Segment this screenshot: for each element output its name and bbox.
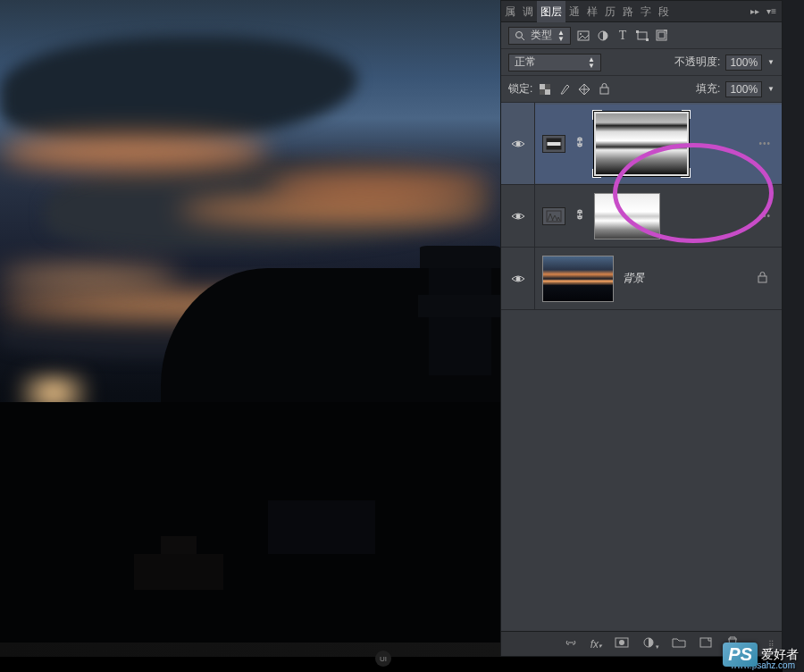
lock-all-icon[interactable] bbox=[597, 82, 611, 97]
tab-channels[interactable]: 通 bbox=[565, 1, 583, 22]
svg-rect-9 bbox=[658, 32, 665, 38]
svg-point-19 bbox=[515, 214, 520, 218]
tab-properties[interactable]: 属 bbox=[501, 1, 519, 22]
opacity-input[interactable]: 100% bbox=[725, 55, 762, 71]
layer-adjustment-1[interactable]: ••• bbox=[501, 103, 782, 185]
link-layers-button[interactable] bbox=[564, 636, 578, 651]
eye-icon bbox=[511, 273, 525, 284]
svg-point-3 bbox=[580, 33, 582, 35]
opacity-value: 100% bbox=[730, 56, 758, 69]
blend-mode-select[interactable]: 正常 ▲▼ bbox=[508, 54, 601, 71]
svg-point-0 bbox=[516, 31, 523, 38]
svg-point-21 bbox=[515, 276, 520, 281]
visibility-toggle[interactable] bbox=[501, 185, 535, 247]
layer-effects-icon[interactable]: ••• bbox=[758, 139, 771, 148]
svg-point-24 bbox=[619, 640, 624, 645]
layer-mask-thumbnail[interactable] bbox=[594, 112, 689, 176]
tab-paragraph[interactable]: 段 bbox=[655, 1, 673, 22]
tab-styles[interactable]: 样 bbox=[583, 1, 601, 22]
lock-label: 锁定: bbox=[508, 81, 532, 97]
filter-row: 类型 ▲▼ T bbox=[501, 22, 782, 49]
blend-mode-value: 正常 bbox=[515, 55, 536, 70]
svg-rect-5 bbox=[638, 32, 647, 39]
layer-background[interactable]: 背景 bbox=[501, 248, 782, 310]
link-icon[interactable] bbox=[574, 135, 585, 152]
watermark: PS 爱好者 bbox=[723, 643, 799, 667]
svg-rect-17 bbox=[547, 139, 561, 142]
filter-type-text-icon[interactable]: T bbox=[616, 29, 630, 43]
opacity-label: 不透明度: bbox=[674, 55, 720, 70]
svg-line-1 bbox=[522, 38, 524, 40]
lock-pixels-icon[interactable] bbox=[557, 82, 572, 97]
panel-tabs: 属 调 图层 通 样 历 路 字 段 ▸▸ ▾≡ bbox=[501, 1, 782, 22]
tab-paths[interactable]: 路 bbox=[619, 1, 637, 22]
tab-adjustments[interactable]: 调 bbox=[519, 1, 537, 22]
layer-name[interactable]: 背景 bbox=[623, 271, 644, 286]
fill-input[interactable]: 100% bbox=[725, 81, 762, 97]
link-icon[interactable] bbox=[574, 207, 585, 224]
eye-icon bbox=[511, 139, 525, 149]
svg-rect-7 bbox=[646, 38, 649, 41]
filter-smartobject-icon[interactable] bbox=[655, 29, 669, 43]
eye-icon bbox=[511, 211, 525, 222]
panel-menu-icon[interactable]: ▾≡ bbox=[766, 6, 776, 16]
visibility-toggle[interactable] bbox=[501, 248, 535, 309]
tab-character[interactable]: 字 bbox=[637, 1, 655, 22]
layer-mask-button[interactable] bbox=[615, 636, 629, 651]
lock-icon[interactable] bbox=[758, 272, 767, 286]
filter-type-select[interactable]: 类型 ▲▼ bbox=[508, 27, 571, 45]
group-button[interactable] bbox=[672, 636, 686, 651]
filter-adjustment-icon[interactable] bbox=[596, 29, 610, 43]
svg-rect-26 bbox=[700, 638, 711, 647]
lock-row: 锁定: 填充: 100% ▼ bbox=[501, 76, 782, 103]
adjustment-curves-icon bbox=[542, 135, 565, 153]
layer-style-button[interactable]: fx▾ bbox=[590, 638, 602, 651]
svg-rect-11 bbox=[545, 89, 550, 95]
tab-history[interactable]: 历 bbox=[601, 1, 619, 22]
visibility-toggle[interactable] bbox=[501, 103, 535, 184]
canvas-image bbox=[0, 0, 500, 657]
layers-panel: 属 调 图层 通 样 历 路 字 段 ▸▸ ▾≡ 类型 ▲▼ T 正常 ▲▼ 不… bbox=[500, 0, 783, 657]
new-layer-button[interactable] bbox=[699, 636, 713, 651]
layer-mask-thumbnail[interactable] bbox=[594, 193, 660, 239]
filter-shape-icon[interactable] bbox=[635, 29, 649, 43]
layer-effects-icon[interactable]: ••• bbox=[758, 211, 771, 221]
svg-rect-22 bbox=[758, 276, 766, 282]
svg-rect-13 bbox=[540, 89, 545, 95]
opacity-dropdown-icon[interactable]: ▼ bbox=[767, 58, 775, 66]
tab-layers[interactable]: 图层 bbox=[537, 1, 565, 22]
svg-rect-6 bbox=[636, 30, 639, 33]
filter-type-label: 类型 bbox=[531, 28, 552, 43]
lock-position-icon[interactable] bbox=[577, 82, 591, 97]
layer-adjustment-2[interactable]: ••• bbox=[501, 185, 782, 248]
search-icon bbox=[515, 30, 525, 41]
filter-pixel-icon[interactable] bbox=[576, 29, 590, 43]
fill-label: 填充: bbox=[696, 81, 720, 97]
blend-row: 正常 ▲▼ 不透明度: 100% ▼ bbox=[501, 49, 782, 76]
adjustment-levels-icon bbox=[542, 207, 565, 225]
ui-watermark: UI bbox=[375, 651, 391, 667]
watermark-text: 爱好者 bbox=[761, 647, 799, 663]
svg-point-15 bbox=[515, 141, 520, 146]
svg-rect-14 bbox=[600, 88, 608, 94]
fill-dropdown-icon[interactable]: ▼ bbox=[767, 85, 775, 93]
svg-rect-18 bbox=[547, 146, 561, 149]
svg-rect-10 bbox=[540, 84, 545, 89]
adjustment-layer-button[interactable]: ▾ bbox=[641, 636, 659, 651]
watermark-logo: PS bbox=[723, 643, 758, 667]
fill-value: 100% bbox=[730, 83, 758, 96]
layer-thumbnail[interactable] bbox=[542, 256, 614, 302]
app-chrome-right bbox=[783, 0, 804, 672]
lock-transparent-icon[interactable] bbox=[538, 82, 552, 97]
layer-list: ••• ••• 背景 bbox=[501, 103, 782, 310]
svg-rect-12 bbox=[545, 84, 550, 89]
panel-expand-icon[interactable]: ▸▸ bbox=[750, 6, 759, 16]
